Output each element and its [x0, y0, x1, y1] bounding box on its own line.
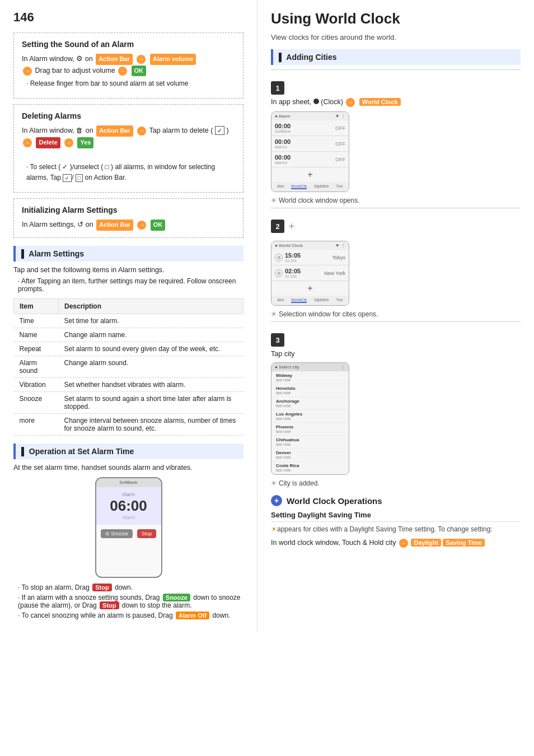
s1-footer: Alm WorldClk StpWtch Tmr [271, 182, 349, 192]
op-bullet-1: To stop an alarm, Drag Stop down. [18, 584, 243, 591]
setting-sound-title: Setting the Sound of an Alarm [22, 40, 235, 49]
s1-label-2: Alarm1 [275, 145, 291, 149]
blue-plus-icon: + [271, 495, 282, 506]
world-clock-tag: World Clock [359, 98, 401, 106]
s2-time-2: 02:05 [285, 268, 301, 274]
s3-title: ● Select city [275, 365, 299, 370]
table-cell-desc: Set alarm to sound every given day of th… [59, 342, 243, 356]
city-denver: Denver last note [271, 449, 349, 461]
s2-tab-stp: StpWtch [314, 298, 329, 303]
table-cell-desc: Change interval between snooze alarms, n… [59, 413, 243, 435]
s2-tab-tmr: Tmr [336, 298, 343, 303]
s1-label-3: Alarm2 [275, 161, 291, 165]
phone-status-bar: SoftBank [96, 478, 161, 487]
operation-desc: At the set alarm time, handset sounds al… [13, 464, 243, 472]
step-3-note: ✳ City is added. [271, 479, 521, 487]
table-cell-item: Name [14, 328, 59, 342]
step-3-instruction: Tap city [271, 350, 521, 358]
note-star-3: ✳ [271, 479, 277, 487]
s2-world-label: ● World Clock [275, 243, 303, 248]
s2-sub-1: 31 Oct [285, 259, 301, 263]
blue-bar-icon-2: ▌ [21, 447, 27, 456]
initializing-body: In Alarm settings, ↺ on Action Bar → OK [22, 219, 235, 231]
snooze-btn: ⊘ Snooze [101, 529, 133, 538]
deleting-alarms-body: In Alarm window, 🗑 on Action Bar → Tap a… [22, 125, 235, 183]
city-costa-rica: Costa Rica last note [271, 461, 349, 474]
initializing-section: Initializing Alarm Settings In Alarm set… [13, 198, 243, 238]
s2-footer: Alm WorldClk StpWtch Tmr [271, 296, 349, 305]
s1-row-2: 00:00 Alarm1 OFF [271, 136, 349, 152]
step-1-instruction: In app sheet, (Clock) → World Clock [271, 98, 521, 107]
alarm-off-tag: Alarm Off [176, 612, 209, 619]
world-clock-ops-label: World Clock Operations [287, 496, 382, 506]
s2-tab-world: WorldClk [291, 298, 307, 303]
table-row: VibrationSet whether handset vibrates wi… [14, 377, 243, 391]
op-bullet-3: To cancel snoozing while an alarm is pau… [18, 612, 243, 619]
table-cell-item: Time [14, 314, 59, 328]
saving-time-tag: Saving Time [443, 539, 485, 547]
city-anchorage: Anchorage last note [271, 397, 349, 410]
table-row: NameChange alarm name. [14, 328, 243, 342]
step-2-note: ✳ Selection window for cites opens. [271, 310, 521, 318]
page-number: 146 [13, 10, 243, 25]
city-honolulu: Honolulu last note [271, 384, 349, 397]
s3-menu-icon: ⋮ [341, 365, 345, 370]
s1-row-3: 00:00 Alarm2 OFF [271, 152, 349, 167]
arrow-icon-5: → [23, 138, 32, 147]
table-cell-item: Vibration [14, 377, 59, 391]
right-title: Using World Clock [271, 10, 521, 27]
s1-tab-alm: Alm [277, 184, 284, 189]
step-2-number: 2 [271, 220, 284, 233]
step-1: 1 In app sheet, (Clock) → World Clock ● … [271, 69, 521, 204]
s2-row-1: ◷ 15:05 31 Oct Tokyo [271, 250, 349, 265]
deleting-alarms-section: Deleting Alarms In Alarm window, 🗑 on Ac… [13, 104, 243, 193]
blue-bar-icon-3: ▌ [279, 53, 284, 62]
s1-row-1: 00:00 SoftBank OFF [271, 120, 349, 136]
step-2: 2 ＋ ● World Clock ▼ ⋮ ◷ 15:05 31 Oct [271, 208, 521, 318]
settings-icon: ⚙ [76, 55, 83, 63]
s1-time-1: 00:00 [275, 123, 291, 129]
table-cell-item: Repeat [14, 342, 59, 356]
table-cell-item: Snooze [14, 391, 59, 413]
arrow-icon: → [137, 55, 146, 64]
setting-sound-section: Setting the Sound of an Alarm In Alarm w… [13, 32, 243, 99]
initializing-title: Initializing Alarm Settings [22, 206, 235, 214]
stop-tag: Stop [92, 584, 111, 591]
city-chihuahua: Chihuahua last note [271, 436, 349, 449]
table-cell-desc: Set time for alarm. [59, 314, 243, 328]
s1-toggle-1: OFF [335, 125, 345, 131]
table-row: moreChange interval between snooze alarm… [14, 413, 243, 435]
s1-toggle-3: OFF [335, 157, 345, 162]
daylight-tag: Daylight [411, 539, 441, 547]
step-3: 3 Tap city ● Select city ⋮ Midway last n… [271, 321, 521, 487]
daylight-instruction: In world clock window, Touch & Hold city… [271, 539, 521, 548]
delete-tag: Delete [36, 137, 60, 148]
step-3-phone: ● Select city ⋮ Midway last note Honolul… [271, 362, 349, 475]
s1-add-btn: + [271, 167, 349, 182]
s1-alarm-label: ● Alarm [275, 114, 291, 119]
action-bar-tag-3: Action Bar [96, 220, 133, 231]
right-subtitle: View clocks for cities around the world. [271, 33, 521, 41]
s2-tab-alm: Alm [277, 298, 284, 303]
s3-header: ● Select city ⋮ [271, 363, 349, 371]
s2-sub-2: 31 Oct [285, 274, 301, 278]
s2-phone-header: ● World Clock ▼ ⋮ [271, 241, 349, 250]
table-col-item: Item [14, 298, 59, 314]
city-midway: Midway last note [271, 371, 349, 384]
s2-time-1: 15:05 [285, 252, 301, 259]
step-2-phone: ● World Clock ▼ ⋮ ◷ 15:05 31 Oct Tokyo [271, 241, 349, 306]
table-row: RepeatSet alarm to sound every given day… [14, 342, 243, 356]
check-mark: ✓ [215, 126, 224, 135]
right-column: Using World Clock View clocks for cities… [257, 0, 534, 632]
s1-time-2: 00:00 [275, 138, 291, 145]
select-bullet: To select ( ✓ )/unselect ( □ ) all alarm… [26, 162, 235, 183]
snooze-tag: Snooze [163, 594, 190, 601]
arrow-icon-4: → [137, 127, 146, 136]
adding-cities-header: ▌ Adding Cities [271, 49, 521, 65]
alarm-settings-header: ▌ Alarm Settings [13, 246, 243, 262]
daylight-subheader: Setting Daylight Saving Time [271, 511, 521, 522]
table-cell-item: more [14, 413, 59, 435]
operation-header: ▌ Operation at Set Alarm Time [13, 444, 243, 459]
sound-bullet: Release finger from bar to sound alarm a… [26, 78, 235, 89]
s2-add-btn: + [271, 281, 349, 296]
